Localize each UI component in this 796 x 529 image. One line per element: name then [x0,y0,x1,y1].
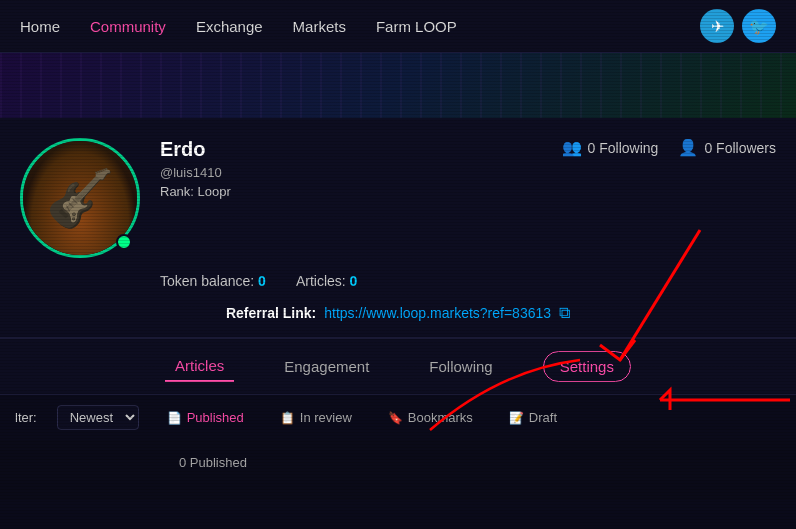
articles-count: Articles: 0 [296,273,357,289]
bookmarks-label: Bookmarks [408,410,473,425]
profile-top: Erdo @luis1410 Rank: Loopr 👥 0 Following… [20,138,776,258]
published-count: 0 Published [179,455,247,470]
twitter-button[interactable]: 🐦 [742,9,776,43]
nav-links: Home Community Exchange Markets Farm LOO… [20,18,700,35]
in-review-icon: 📋 [280,411,295,425]
following-icon: 👥 [562,138,582,157]
articles-label: Articles: [296,273,346,289]
filter-bookmarks[interactable]: 🔖 Bookmarks [380,406,481,429]
token-balance: Token balance: 0 [160,273,266,289]
following-stat: 👥 0 Following [562,138,659,157]
profile-name: Erdo [160,138,562,161]
profile-info: Erdo @luis1410 Rank: Loopr [160,138,562,199]
profile-banner [0,53,796,118]
articles-value: 0 [350,273,358,289]
online-status-dot [116,234,132,250]
filter-draft[interactable]: 📝 Draft [501,406,565,429]
profile-username: @luis1410 [160,165,562,180]
published-label: Published [187,410,244,425]
telegram-button[interactable]: ✈ [700,9,734,43]
nav-markets[interactable]: Markets [293,18,346,35]
referral-url[interactable]: https://www.loop.markets?ref=83613 [324,305,551,321]
nav-farm-loop[interactable]: Farm LOOP [376,18,457,35]
filter-row: lter: Newest 📄 Published 📋 In review 🔖 B… [0,395,796,440]
token-value: 0 [258,273,266,289]
bookmarks-icon: 🔖 [388,411,403,425]
profile-rank: Rank: Loopr [160,184,562,199]
main-nav: Home Community Exchange Markets Farm LOO… [0,0,796,53]
token-label: Token balance: [160,273,254,289]
nav-exchange[interactable]: Exchange [196,18,263,35]
profile-stats: 👥 0 Following 👤 0 Followers [562,138,776,157]
in-review-label: In review [300,410,352,425]
tabs-bar: Articles Engagement Following Settings [0,339,796,395]
followers-stat: 👤 0 Followers [678,138,776,157]
draft-icon: 📝 [509,411,524,425]
draft-label: Draft [529,410,557,425]
token-row: Token balance: 0 Articles: 0 [160,273,776,289]
published-icon: 📄 [167,411,182,425]
tab-articles[interactable]: Articles [165,351,234,382]
filter-prefix: lter: [15,410,37,425]
following-count: 0 Following [588,140,659,156]
filter-in-review[interactable]: 📋 In review [272,406,360,429]
tab-settings[interactable]: Settings [543,351,631,382]
followers-count: 0 Followers [704,140,776,156]
followers-icon: 👤 [678,138,698,157]
referral-row: Referral Link: https://www.loop.markets?… [20,304,776,322]
tab-engagement[interactable]: Engagement [274,352,379,381]
referral-label: Referral Link: [226,305,316,321]
nav-home[interactable]: Home [20,18,60,35]
copy-icon[interactable]: ⧉ [559,304,570,322]
avatar-container [20,138,140,258]
profile-section: Erdo @luis1410 Rank: Loopr 👥 0 Following… [0,118,796,338]
nav-community[interactable]: Community [90,18,166,35]
filter-published[interactable]: 📄 Published [159,406,252,429]
tab-following[interactable]: Following [419,352,502,381]
filter-select[interactable]: Newest [57,405,139,430]
content-area: 0 Published [0,440,796,500]
nav-icons: ✈ 🐦 [700,9,776,43]
